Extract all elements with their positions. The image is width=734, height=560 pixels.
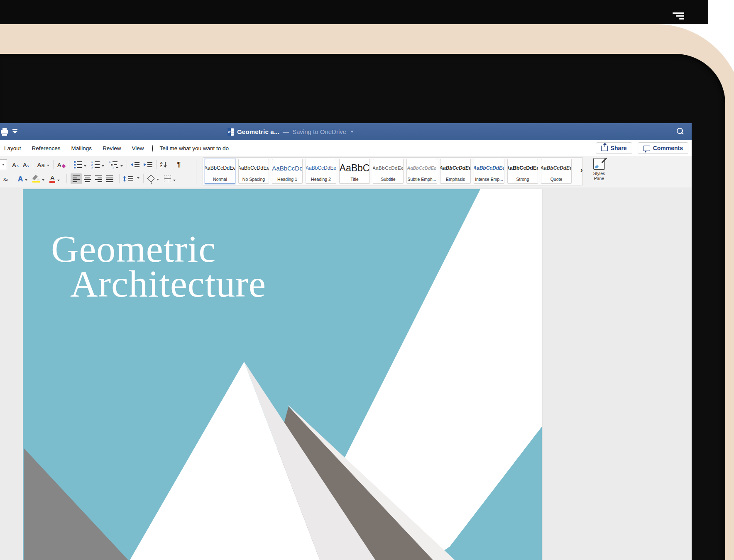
menu-lines-icon[interactable]: [673, 12, 685, 22]
shading-icon[interactable]: [147, 176, 159, 182]
document-title-group: W Geometric a... — Saving to OneDrive: [228, 123, 354, 140]
saving-status[interactable]: Saving to OneDrive: [292, 128, 346, 135]
style-subtle-emphasis[interactable]: AaBbCcDdEe Subtle Emph...: [406, 159, 437, 184]
align-left-icon[interactable]: [71, 173, 82, 184]
titlebar: W Geometric a... — Saving to OneDrive: [0, 123, 692, 141]
bullet-list-icon[interactable]: [73, 161, 86, 168]
customize-toolbar-icon[interactable]: [12, 129, 17, 134]
share-button[interactable]: Share: [596, 142, 632, 154]
tab-layout[interactable]: Layout: [4, 145, 21, 151]
word-window: W Geometric a... — Saving to OneDrive La…: [0, 123, 692, 560]
comments-label: Comments: [653, 145, 683, 151]
style-emphasis[interactable]: AaBbCcDdEe Emphasis: [440, 159, 471, 184]
comments-button[interactable]: Comments: [638, 142, 688, 154]
share-icon: [601, 146, 608, 151]
shrink-font-icon[interactable]: A˅: [23, 162, 29, 168]
word-document-icon: W: [228, 128, 234, 136]
numbered-list-icon[interactable]: 1 2 3: [91, 161, 104, 168]
font-color-icon[interactable]: A: [49, 175, 60, 183]
lightbulb-icon: [152, 145, 157, 151]
search-icon[interactable]: [677, 128, 684, 135]
style-subtitle[interactable]: AaBbCcDdEe Subtitle: [373, 159, 404, 184]
change-case-icon[interactable]: Aa: [37, 162, 49, 168]
font-size-dropdown[interactable]: [0, 159, 7, 170]
device-frame: W Geometric a... — Saving to OneDrive La…: [0, 24, 734, 560]
align-center-icon[interactable]: [82, 173, 93, 184]
document-canvas: Geometric Architecture: [0, 187, 692, 560]
grow-font-icon[interactable]: A˄: [12, 162, 19, 168]
styles-gallery: AaBbCcDdEe Normal AaBbCcDdEe No Spacing …: [203, 157, 583, 185]
document-page[interactable]: Geometric Architecture: [23, 189, 542, 560]
style-quote[interactable]: AaBbCcDdEe Quote: [541, 159, 572, 184]
printer-icon[interactable]: [1, 128, 8, 135]
style-intense-emphasis[interactable]: AaBbCcDdEe Intense Emp...: [474, 159, 504, 184]
tab-references[interactable]: References: [32, 145, 61, 151]
tab-review[interactable]: Review: [103, 145, 121, 151]
style-heading-2[interactable]: AaBbCcDdEe Heading 2: [306, 159, 336, 184]
styles-pane-button[interactable]: Styles Pane: [590, 158, 609, 185]
paragraph-marks-icon[interactable]: ¶: [177, 161, 181, 168]
increase-indent-icon[interactable]: [144, 162, 152, 167]
comment-icon: [643, 146, 650, 151]
style-no-spacing[interactable]: AaBbCcDdEe No Spacing: [238, 159, 269, 184]
style-heading-1[interactable]: AaBbCcDc Heading 1: [272, 159, 303, 184]
menubar: Layout References Mailings Review View T…: [0, 140, 692, 156]
site-header: [0, 0, 708, 24]
style-title[interactable]: AaBbC Title: [339, 159, 370, 184]
document-title: Geometric a...: [237, 128, 279, 135]
share-label: Share: [611, 145, 627, 151]
saving-status-chevron-icon[interactable]: [350, 131, 354, 133]
gallery-overflow-chevron-icon[interactable]: ›: [580, 166, 583, 174]
style-strong[interactable]: AaBbCcDdEe Strong: [507, 159, 538, 184]
styles-pane-icon: [593, 158, 605, 170]
tab-mailings[interactable]: Mailings: [71, 145, 92, 151]
sort-icon[interactable]: AZ: [160, 161, 166, 168]
justify-icon[interactable]: [104, 173, 115, 184]
style-normal[interactable]: AaBbCcDdEe Normal: [205, 159, 235, 184]
tell-me-box[interactable]: Tell me what you want to do: [152, 145, 229, 151]
text-effects-icon[interactable]: A: [18, 175, 27, 183]
line-spacing-icon[interactable]: [123, 176, 139, 182]
align-right-icon[interactable]: [93, 173, 104, 184]
multilevel-list-icon[interactable]: 1 1: [108, 161, 123, 168]
highlight-icon[interactable]: [32, 175, 44, 183]
ribbon: A˄ A˅ Aa A: [0, 156, 692, 188]
cover-title-line2: Architecture: [70, 265, 266, 303]
superscript-icon[interactable]: x2: [3, 176, 8, 182]
borders-icon[interactable]: [164, 175, 176, 183]
tab-view[interactable]: View: [132, 145, 144, 151]
clear-formatting-icon[interactable]: A: [57, 162, 61, 168]
tell-me-label: Tell me what you want to do: [159, 145, 229, 151]
device-screen: W Geometric a... — Saving to OneDrive La…: [0, 54, 725, 560]
decrease-indent-icon[interactable]: [131, 162, 139, 167]
title-separator: —: [283, 128, 289, 135]
